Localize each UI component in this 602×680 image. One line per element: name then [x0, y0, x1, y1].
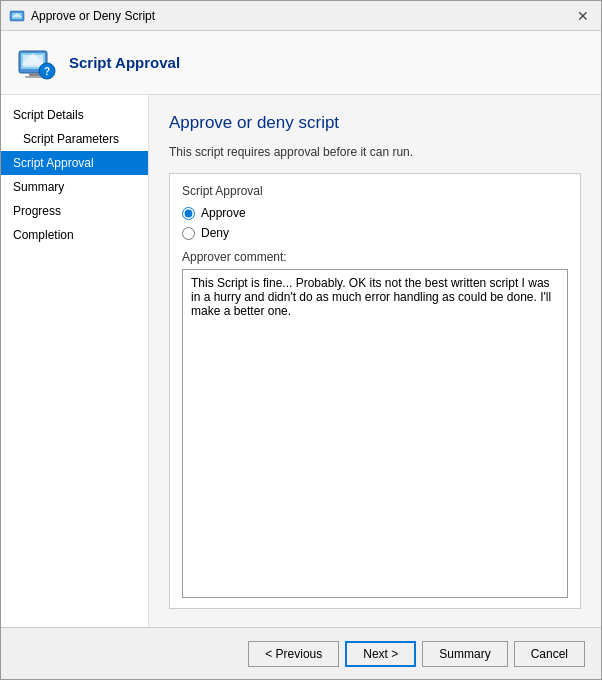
approve-radio[interactable]: [182, 207, 195, 220]
summary-button[interactable]: Summary: [422, 641, 507, 667]
window-icon: [9, 8, 25, 24]
main-content: Approve or deny script This script requi…: [149, 95, 601, 627]
sidebar-item-script-details[interactable]: Script Details: [1, 103, 148, 127]
sidebar-item-script-parameters[interactable]: Script Parameters: [1, 127, 148, 151]
window-title: Approve or Deny Script: [31, 9, 155, 23]
deny-label[interactable]: Deny: [201, 226, 229, 240]
comment-area-wrapper: [182, 269, 568, 598]
cancel-button[interactable]: Cancel: [514, 641, 585, 667]
deny-radio[interactable]: [182, 227, 195, 240]
svg-text:?: ?: [44, 66, 50, 77]
approve-label[interactable]: Approve: [201, 206, 246, 220]
comment-label: Approver comment:: [182, 250, 568, 264]
title-bar-left: Approve or Deny Script: [9, 8, 155, 24]
footer-area: < Previous Next > Summary Cancel: [1, 627, 601, 679]
close-button[interactable]: ✕: [573, 6, 593, 26]
deny-radio-row[interactable]: Deny: [182, 226, 568, 240]
main-window: Approve or Deny Script ✕ ? Script Approv…: [0, 0, 602, 680]
sidebar-item-script-approval[interactable]: Script Approval: [1, 151, 148, 175]
header-area: ? Script Approval: [1, 31, 601, 95]
header-title: Script Approval: [69, 54, 180, 71]
approval-box-label: Script Approval: [182, 184, 568, 198]
header-icon: ?: [17, 43, 57, 83]
next-button[interactable]: Next >: [345, 641, 416, 667]
sidebar-item-completion[interactable]: Completion: [1, 223, 148, 247]
sidebar-item-progress[interactable]: Progress: [1, 199, 148, 223]
approve-radio-row[interactable]: Approve: [182, 206, 568, 220]
comment-textarea[interactable]: [183, 270, 567, 597]
title-bar: Approve or Deny Script ✕: [1, 1, 601, 31]
sidebar: Script Details Script Parameters Script …: [1, 95, 149, 627]
description-text: This script requires approval before it …: [169, 145, 581, 159]
script-approval-box: Script Approval Approve Deny Approver co…: [169, 173, 581, 609]
page-title: Approve or deny script: [169, 113, 581, 133]
content-area: Script Details Script Parameters Script …: [1, 95, 601, 627]
sidebar-item-summary[interactable]: Summary: [1, 175, 148, 199]
previous-button[interactable]: < Previous: [248, 641, 339, 667]
